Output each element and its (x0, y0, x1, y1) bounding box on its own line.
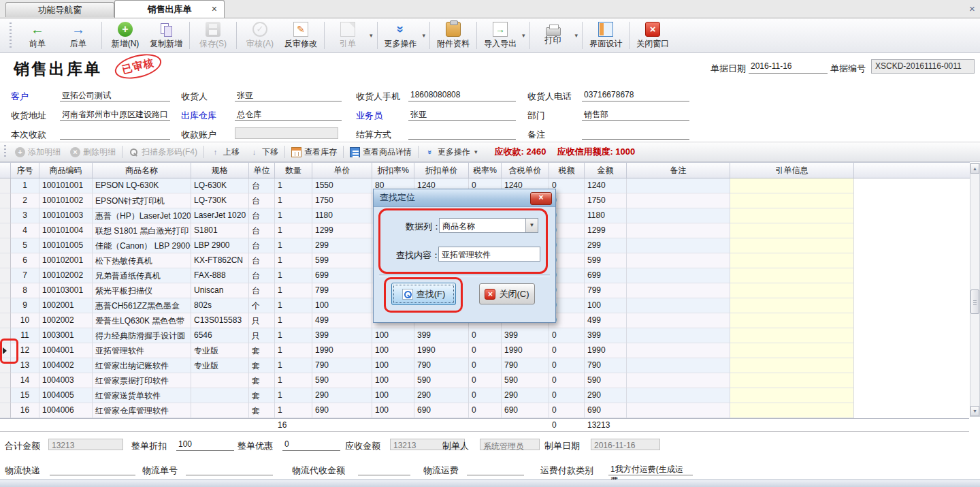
detail-button-view-stock[interactable]: 查看库存 (291, 146, 337, 158)
toolbar-button-attachments[interactable]: 附件资料 (433, 20, 474, 51)
toolbar-button-ref-order[interactable]: 引单 (327, 20, 368, 51)
table-row[interactable]: 141004003红管家票据打印软件套159010059005900590 (0, 373, 970, 388)
cell-tax_rate: 0 (469, 403, 502, 418)
dropdown-arrow-icon[interactable]: ▾ (575, 32, 578, 39)
dropdown-arrow-icon[interactable]: ▾ (474, 148, 478, 155)
dialog-close-icon[interactable]: × (530, 192, 552, 205)
input-field[interactable] (60, 127, 170, 140)
cell-price: 290 (312, 388, 372, 403)
column-header-remark[interactable]: 备注 (627, 163, 730, 178)
table-row[interactable]: 121004001亚拓管理软件专业版套119901001990019900199… (0, 343, 970, 358)
input-field[interactable]: 销售部 (582, 108, 689, 121)
cell-code: 100102001 (39, 253, 93, 268)
input-field[interactable] (50, 462, 135, 475)
column-header-price[interactable]: 单价 (312, 163, 372, 178)
detail-button-scan-barcode[interactable]: 扫描条形码(F4) (129, 146, 197, 158)
input-field[interactable]: 河南省郑州市中原区建设路口 (60, 108, 170, 121)
toolbar-button-prev-order[interactable]: ←前单 (17, 20, 58, 51)
cell-name: 松下热敏传真机 (93, 253, 191, 268)
column-header-ref_info[interactable]: 引单信息 (730, 163, 854, 178)
input-field[interactable]: 亚拓公司测试 (60, 89, 170, 101)
input-field[interactable]: 张亚 (408, 108, 516, 121)
column-header-tax_price[interactable]: 含税单价 (502, 163, 549, 178)
dropdown-arrow-icon[interactable]: ▾ (370, 32, 373, 39)
input-field[interactable]: 1我方付运费(生成运费 (608, 462, 693, 475)
column-header-discount_price[interactable]: 折扣单价 (414, 163, 469, 178)
table-row[interactable]: 151004005红管家送货单软件套129010029002900290 (0, 388, 970, 403)
cell-ref_info (730, 193, 854, 208)
tab-function-nav[interactable]: 功能导航窗 (5, 2, 114, 17)
input-field[interactable] (408, 127, 516, 140)
cell-code: 1003001 (39, 328, 93, 343)
grid-vertical-scrollbar[interactable] (970, 163, 980, 417)
input-field[interactable] (467, 462, 524, 475)
column-header-code[interactable]: 商品编码 (39, 163, 93, 178)
toolbar-button-new-order[interactable]: +新增(N) (105, 20, 146, 51)
input-field[interactable] (582, 127, 689, 140)
input-field[interactable]: 总仓库 (235, 108, 342, 121)
find-button[interactable]: 查找(F) (391, 283, 456, 305)
scroll-up-icon[interactable] (970, 163, 979, 174)
input-field[interactable]: 张亚 (235, 89, 342, 101)
input-field[interactable] (186, 462, 273, 475)
toolbar-button-copy-new[interactable]: 复制新增 (146, 20, 186, 51)
tab-close-icon[interactable]: × (212, 1, 217, 18)
window-close-icon[interactable]: × (969, 3, 975, 14)
input-field[interactable] (358, 462, 410, 475)
detail-button-more-actions-detail[interactable]: »更多操作▾ (425, 146, 479, 158)
scroll-down-icon[interactable] (970, 406, 979, 416)
column-header-amount[interactable]: 金额 (585, 163, 627, 178)
doc-date-field[interactable]: 2016-11-16 (749, 61, 828, 74)
detail-button-delete-detail[interactable]: ×删除明细 (70, 146, 116, 158)
scrollbar-thumb[interactable] (970, 289, 979, 314)
detail-button-label: 上移 (223, 146, 240, 158)
toolbar-button-print[interactable]: 打印 (533, 20, 574, 51)
column-header-name[interactable]: 商品名称 (93, 163, 191, 178)
toolbar-button-close-window[interactable]: ×关闭窗口 (632, 20, 673, 51)
table-row[interactable]: 131004002红管家出纳记账软件专业版套179010079007900790 (0, 358, 970, 373)
grid-summary-row: 16013213 (0, 418, 969, 432)
input-field[interactable]: 18608080808 (408, 89, 516, 101)
arrow-down-icon: ↓ (249, 147, 259, 157)
cell-discount_rate: 100 (372, 388, 414, 403)
close-red-icon: × (645, 22, 660, 37)
toolbar-button-next-order[interactable]: →后单 (58, 20, 99, 51)
table-row[interactable]: 161004006红管家仓库管理软件套169010069006900690 (0, 403, 970, 418)
input-field[interactable]: 0 (282, 438, 340, 451)
data-column-combobox[interactable]: 商品名称 (439, 218, 538, 233)
table-row[interactable]: 111003001得力经典防滑握手设计圆6546只139910039903990… (0, 328, 970, 343)
close-button[interactable]: × 关闭(C) (479, 283, 535, 304)
field-label: 结算方式 (356, 129, 391, 141)
detail-button-move-down[interactable]: ↓下移 (249, 146, 278, 158)
toolbar-button-import-export[interactable]: →导入导出 (480, 20, 521, 51)
column-header-qty[interactable]: 数量 (275, 163, 312, 178)
column-header-discount_rate[interactable]: 折扣率% (372, 163, 414, 178)
toolbar-button-ui-design[interactable]: 界面设计 (585, 20, 626, 51)
cell-seq: 13 (11, 358, 39, 373)
column-header-tax_rate[interactable]: 税率% (469, 163, 502, 178)
column-header-unit[interactable]: 单位 (249, 163, 275, 178)
search-content-input[interactable]: 亚拓管理软件 (438, 247, 540, 262)
chevron-down-icon[interactable] (525, 219, 538, 232)
dropdown-arrow-icon[interactable]: ▾ (423, 32, 426, 39)
tab-sales-outbound[interactable]: 销售出库单 × (114, 0, 225, 18)
column-header-seq[interactable]: 序号 (11, 163, 39, 178)
toolbar-button-more-actions[interactable]: »更多操作 (380, 20, 421, 51)
column-header-marker[interactable] (0, 163, 11, 178)
detail-button-move-up[interactable]: ↑上移 (210, 146, 240, 158)
cell-tax_price: 399 (502, 328, 549, 343)
summary-tax_rate (469, 419, 502, 431)
toolbar-button-unaudit-edit[interactable]: ✎反审修改 (280, 20, 321, 51)
column-header-spec[interactable]: 规格 (191, 163, 249, 178)
dialog-title[interactable]: 查找定位 (374, 189, 555, 207)
toolbar-button-audit[interactable]: ✓审核(A) (240, 20, 280, 51)
credit-limit: 应收信用额度: 1000 (557, 146, 635, 158)
column-header-tax[interactable]: 税额 (549, 163, 585, 178)
input-field[interactable]: 100 (176, 438, 234, 451)
input-field[interactable]: 03716678678 (582, 89, 689, 101)
toolbar-button-save[interactable]: 保存(S) (193, 20, 233, 51)
cell-amount: 599 (585, 253, 627, 268)
dropdown-arrow-icon[interactable]: ▾ (522, 32, 525, 39)
detail-button-add-detail[interactable]: +添加明细 (15, 146, 61, 158)
detail-button-view-product-detail[interactable]: 查看商品详情 (350, 146, 412, 158)
